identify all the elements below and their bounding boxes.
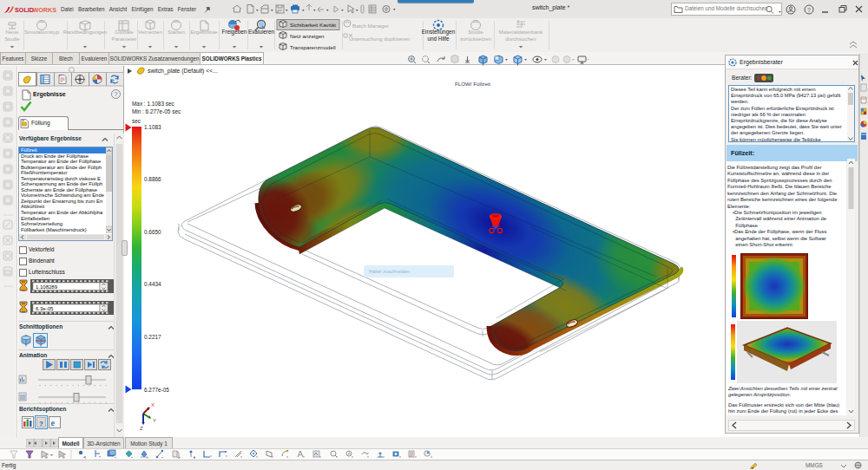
svg-text:Freigeben: Freigeben (222, 29, 247, 36)
svg-text:Ergebnisse: Ergebnisse (191, 29, 219, 35)
svg-text:Neue: Neue (6, 29, 19, 35)
svg-text:und Hilfe: und Hilfe (427, 36, 450, 42)
svg-text:Globale: Globale (115, 29, 134, 35)
svg-text:Vernetzen: Vernetzen (138, 29, 162, 35)
svg-text:Materialdatenbank: Materialdatenbank (499, 29, 544, 35)
svg-text:SOLID: SOLID (15, 6, 34, 14)
svg-text:Untersuchung duplizieren: Untersuchung duplizieren (349, 36, 411, 42)
svg-text:Studie: Studie (468, 29, 483, 35)
svg-text:Transparenzmodell: Transparenzmodell (290, 44, 336, 50)
svg-text:X: X (151, 402, 155, 408)
svg-text:Studie: Studie (4, 36, 20, 42)
svg-text:?: ? (807, 7, 811, 13)
svg-text:e: e (51, 418, 56, 428)
svg-text:WORKS: WORKS (33, 6, 57, 14)
svg-text:?: ? (39, 420, 43, 428)
svg-text:Halter zuschneiden: Halter zuschneiden (369, 269, 410, 274)
svg-text:Sichtbarkeit Kavität: Sichtbarkeit Kavität (290, 22, 336, 28)
svg-text:Simulationstyp: Simulationstyp (24, 29, 60, 35)
svg-text:Randbedingungen: Randbedingungen (63, 29, 108, 35)
svg-text:6.3e-05: 6.3e-05 (36, 306, 54, 311)
svg-text:Y: Y (153, 418, 156, 423)
svg-text:Starten: Starten (168, 29, 186, 35)
svg-text:Z: Z (140, 426, 143, 431)
svg-text:Netz anzeigen: Netz anzeigen (290, 33, 325, 39)
svg-text:zurücksetzen: zurücksetzen (460, 36, 492, 42)
svg-text:Evaluieren: Evaluieren (248, 29, 275, 35)
svg-text:Parameter: Parameter (112, 36, 137, 42)
svg-text:Batch Manager: Batch Manager (352, 23, 389, 29)
svg-text:1.108289: 1.108289 (36, 284, 58, 290)
svg-text:durchsuchen: durchsuchen (505, 36, 536, 42)
